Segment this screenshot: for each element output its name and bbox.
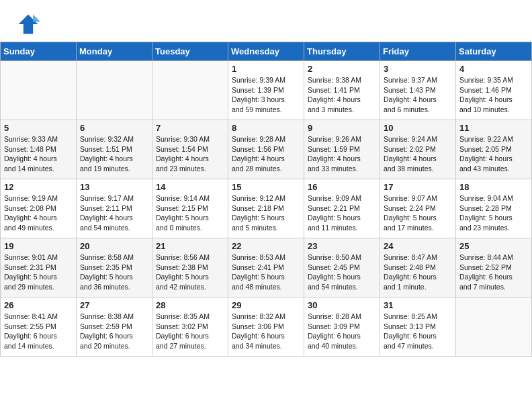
day-number: 13 <box>80 182 148 192</box>
day-info: Sunrise: 9:04 AM Sunset: 2:28 PM Dayligh… <box>459 193 528 233</box>
day-info: Sunrise: 8:25 AM Sunset: 3:13 PM Dayligh… <box>384 312 452 351</box>
calendar-day-cell: 21Sunrise: 8:56 AM Sunset: 2:38 PM Dayli… <box>152 238 228 298</box>
day-number: 25 <box>459 241 528 251</box>
day-number: 14 <box>156 182 224 192</box>
calendar-day-cell: 2Sunrise: 9:38 AM Sunset: 1:41 PM Daylig… <box>304 61 380 120</box>
day-info: Sunrise: 9:38 AM Sunset: 1:41 PM Dayligh… <box>308 75 376 115</box>
calendar-day-cell: 6Sunrise: 9:32 AM Sunset: 1:51 PM Daylig… <box>77 120 152 179</box>
calendar-day-header: Tuesday <box>152 42 228 61</box>
day-info: Sunrise: 9:32 AM Sunset: 1:51 PM Dayligh… <box>80 134 148 174</box>
calendar-week-row: 19Sunrise: 9:01 AM Sunset: 2:31 PM Dayli… <box>1 238 532 298</box>
day-number: 23 <box>308 241 376 251</box>
calendar-day-cell: 11Sunrise: 9:22 AM Sunset: 2:05 PM Dayli… <box>456 120 532 179</box>
day-info: Sunrise: 8:53 AM Sunset: 2:41 PM Dayligh… <box>232 253 300 292</box>
day-info: Sunrise: 8:28 AM Sunset: 3:09 PM Dayligh… <box>308 312 376 351</box>
day-number: 30 <box>308 300 376 310</box>
day-info: Sunrise: 8:44 AM Sunset: 2:52 PM Dayligh… <box>459 253 528 292</box>
day-number: 2 <box>308 64 376 74</box>
page-header <box>0 0 532 42</box>
calendar-day-cell: 10Sunrise: 9:24 AM Sunset: 2:02 PM Dayli… <box>380 120 456 179</box>
calendar-day-cell: 24Sunrise: 8:47 AM Sunset: 2:48 PM Dayli… <box>380 238 456 298</box>
day-number: 18 <box>459 182 528 192</box>
calendar-day-cell: 16Sunrise: 9:09 AM Sunset: 2:21 PM Dayli… <box>304 179 380 238</box>
calendar-week-row: 1Sunrise: 9:39 AM Sunset: 1:39 PM Daylig… <box>1 61 532 120</box>
calendar-day-cell <box>1 61 77 120</box>
day-info: Sunrise: 8:41 AM Sunset: 2:55 PM Dayligh… <box>4 312 73 351</box>
calendar-week-row: 5Sunrise: 9:33 AM Sunset: 1:48 PM Daylig… <box>1 120 532 179</box>
calendar: SundayMondayTuesdayWednesdayThursdayFrid… <box>0 42 532 357</box>
logo-icon <box>16 12 40 36</box>
day-number: 5 <box>4 123 73 133</box>
day-info: Sunrise: 9:37 AM Sunset: 1:43 PM Dayligh… <box>384 75 452 115</box>
day-info: Sunrise: 8:56 AM Sunset: 2:38 PM Dayligh… <box>156 253 224 292</box>
day-info: Sunrise: 9:33 AM Sunset: 1:48 PM Dayligh… <box>4 134 73 174</box>
calendar-day-header: Monday <box>77 42 152 61</box>
day-number: 22 <box>232 241 300 251</box>
day-info: Sunrise: 9:39 AM Sunset: 1:39 PM Dayligh… <box>232 75 300 115</box>
calendar-week-row: 26Sunrise: 8:41 AM Sunset: 2:55 PM Dayli… <box>1 298 532 357</box>
day-info: Sunrise: 9:19 AM Sunset: 2:08 PM Dayligh… <box>4 193 73 233</box>
day-number: 20 <box>80 241 148 251</box>
calendar-header-row: SundayMondayTuesdayWednesdayThursdayFrid… <box>1 42 532 61</box>
day-number: 28 <box>156 300 224 310</box>
day-info: Sunrise: 9:30 AM Sunset: 1:54 PM Dayligh… <box>156 134 224 174</box>
calendar-day-cell: 26Sunrise: 8:41 AM Sunset: 2:55 PM Dayli… <box>1 298 77 357</box>
calendar-day-cell: 25Sunrise: 8:44 AM Sunset: 2:52 PM Dayli… <box>456 238 532 298</box>
calendar-day-cell <box>77 61 152 120</box>
calendar-day-cell: 4Sunrise: 9:35 AM Sunset: 1:46 PM Daylig… <box>456 61 532 120</box>
calendar-day-cell <box>456 298 532 357</box>
day-info: Sunrise: 8:50 AM Sunset: 2:45 PM Dayligh… <box>308 253 376 292</box>
day-info: Sunrise: 8:32 AM Sunset: 3:06 PM Dayligh… <box>232 312 300 351</box>
calendar-day-cell: 22Sunrise: 8:53 AM Sunset: 2:41 PM Dayli… <box>228 238 304 298</box>
day-info: Sunrise: 9:09 AM Sunset: 2:21 PM Dayligh… <box>308 193 376 233</box>
day-info: Sunrise: 9:28 AM Sunset: 1:56 PM Dayligh… <box>232 134 300 174</box>
calendar-day-cell: 17Sunrise: 9:07 AM Sunset: 2:24 PM Dayli… <box>380 179 456 238</box>
day-info: Sunrise: 8:38 AM Sunset: 2:59 PM Dayligh… <box>80 312 148 351</box>
day-number: 27 <box>80 300 148 310</box>
day-number: 26 <box>4 300 73 310</box>
calendar-day-header: Friday <box>380 42 456 61</box>
calendar-day-cell: 31Sunrise: 8:25 AM Sunset: 3:13 PM Dayli… <box>380 298 456 357</box>
day-number: 8 <box>232 123 300 133</box>
day-info: Sunrise: 8:35 AM Sunset: 3:02 PM Dayligh… <box>156 312 224 351</box>
day-number: 7 <box>156 123 224 133</box>
day-number: 17 <box>384 182 452 192</box>
calendar-day-cell: 12Sunrise: 9:19 AM Sunset: 2:08 PM Dayli… <box>1 179 77 238</box>
calendar-day-cell: 15Sunrise: 9:12 AM Sunset: 2:18 PM Dayli… <box>228 179 304 238</box>
day-number: 15 <box>232 182 300 192</box>
day-number: 19 <box>4 241 73 251</box>
day-info: Sunrise: 9:35 AM Sunset: 1:46 PM Dayligh… <box>459 75 528 115</box>
day-info: Sunrise: 9:26 AM Sunset: 1:59 PM Dayligh… <box>308 134 376 174</box>
day-info: Sunrise: 9:01 AM Sunset: 2:31 PM Dayligh… <box>4 253 73 292</box>
calendar-day-cell: 13Sunrise: 9:17 AM Sunset: 2:11 PM Dayli… <box>77 179 152 238</box>
day-number: 29 <box>232 300 300 310</box>
day-info: Sunrise: 9:12 AM Sunset: 2:18 PM Dayligh… <box>232 193 300 233</box>
day-info: Sunrise: 9:22 AM Sunset: 2:05 PM Dayligh… <box>459 134 528 174</box>
svg-marker-1 <box>33 15 40 22</box>
day-number: 4 <box>459 64 528 74</box>
calendar-day-cell: 1Sunrise: 9:39 AM Sunset: 1:39 PM Daylig… <box>228 61 304 120</box>
calendar-day-cell: 30Sunrise: 8:28 AM Sunset: 3:09 PM Dayli… <box>304 298 380 357</box>
day-number: 9 <box>308 123 376 133</box>
calendar-day-cell: 9Sunrise: 9:26 AM Sunset: 1:59 PM Daylig… <box>304 120 380 179</box>
calendar-day-cell: 27Sunrise: 8:38 AM Sunset: 2:59 PM Dayli… <box>77 298 152 357</box>
day-number: 16 <box>308 182 376 192</box>
calendar-day-header: Sunday <box>1 42 77 61</box>
day-info: Sunrise: 8:47 AM Sunset: 2:48 PM Dayligh… <box>384 253 452 292</box>
calendar-day-cell: 8Sunrise: 9:28 AM Sunset: 1:56 PM Daylig… <box>228 120 304 179</box>
calendar-week-row: 12Sunrise: 9:19 AM Sunset: 2:08 PM Dayli… <box>1 179 532 238</box>
calendar-day-header: Wednesday <box>228 42 304 61</box>
calendar-day-cell: 7Sunrise: 9:30 AM Sunset: 1:54 PM Daylig… <box>152 120 228 179</box>
calendar-day-header: Saturday <box>456 42 532 61</box>
day-number: 31 <box>384 300 452 310</box>
day-number: 21 <box>156 241 224 251</box>
calendar-day-cell: 18Sunrise: 9:04 AM Sunset: 2:28 PM Dayli… <box>456 179 532 238</box>
day-info: Sunrise: 9:17 AM Sunset: 2:11 PM Dayligh… <box>80 193 148 233</box>
day-number: 10 <box>384 123 452 133</box>
logo <box>16 12 44 36</box>
day-number: 12 <box>4 182 73 192</box>
calendar-day-cell: 29Sunrise: 8:32 AM Sunset: 3:06 PM Dayli… <box>228 298 304 357</box>
day-info: Sunrise: 9:24 AM Sunset: 2:02 PM Dayligh… <box>384 134 452 174</box>
calendar-day-cell: 23Sunrise: 8:50 AM Sunset: 2:45 PM Dayli… <box>304 238 380 298</box>
day-number: 11 <box>459 123 528 133</box>
